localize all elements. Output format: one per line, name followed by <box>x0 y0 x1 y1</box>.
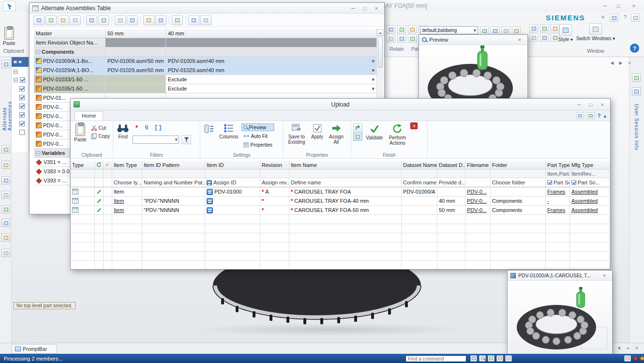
dock-library-icon[interactable] <box>1 145 10 153</box>
zoom-in-icon[interactable] <box>529 24 538 32</box>
dock-web-icon[interactable] <box>632 74 641 82</box>
upload-empty-row[interactable] <box>71 242 610 252</box>
right-tab-user-session-info[interactable]: User Session Info <box>634 104 639 152</box>
switch-windows-button[interactable]: Switch Windows ▾ <box>579 23 613 41</box>
dock-simulate-icon[interactable] <box>1 205 10 213</box>
panel-header-icon[interactable] <box>14 60 17 63</box>
auto-upload-icon[interactable] <box>353 133 362 141</box>
apply-button[interactable]: Apply <box>310 122 325 140</box>
upload-titlebar[interactable]: Upload ─ □ × <box>71 99 610 110</box>
col-header-status[interactable] <box>95 161 104 169</box>
cell-dropdown-icon[interactable]: ▾ <box>372 86 374 92</box>
table-row[interactable]: PDV-01009/A;1-Bo... PDV-01009.asm!50 mm … <box>30 57 384 66</box>
subheader-part-type[interactable]: Item,Part... <box>546 169 570 178</box>
col-header-40mm[interactable]: 40 mm <box>166 29 377 38</box>
col-header-item-id-pattern[interactable]: Item ID Pattern <box>142 161 205 169</box>
properties-toggle[interactable]: Properties <box>241 141 274 149</box>
col-header-item-type[interactable]: Item Type <box>112 161 142 169</box>
panel-back-icon[interactable]: ◀ <box>607 59 617 67</box>
table-row[interactable]: PDV-01029/A;1-BO... PDV-01029.asm!50 mm … <box>30 66 384 75</box>
view-style-icon[interactable] <box>480 27 489 35</box>
perform-actions-button[interactable]: Perform Actions <box>386 122 408 147</box>
dock-family-icon[interactable] <box>1 161 10 169</box>
pdv-titlebar[interactable]: PDV-01000/A;1-CAROUSEL T... × <box>508 271 612 281</box>
upload-empty-row[interactable] <box>71 224 610 233</box>
validate-button[interactable]: Validate <box>364 122 384 141</box>
collapse-icon[interactable] <box>36 151 40 155</box>
tree-row[interactable] <box>12 91 29 100</box>
upload-empty-row[interactable] <box>71 261 610 270</box>
relate-tool-icon[interactable] <box>387 34 395 43</box>
new-member-button[interactable] <box>33 15 45 25</box>
help-bubble-icon[interactable]: ? <box>630 44 639 53</box>
find-command-input[interactable] <box>405 355 466 362</box>
preview-close-button[interactable]: × <box>515 36 524 44</box>
dock-tools-icon[interactable] <box>1 249 10 257</box>
zoom-out-icon[interactable] <box>540 24 549 32</box>
brackets-icon[interactable] <box>155 125 161 131</box>
copy-button[interactable]: Copy <box>90 133 111 140</box>
tree-row[interactable] <box>12 109 29 118</box>
help-icon[interactable]: ? <box>598 113 601 119</box>
pdv-close-button[interactable]: × <box>599 272 609 279</box>
prompt-pattern[interactable]: Naming and Number Pat... <box>142 178 205 187</box>
upload-empty-row[interactable] <box>71 233 610 242</box>
remove-row-button[interactable] <box>98 15 109 25</box>
prompt-folder[interactable]: Choose folder <box>491 178 546 187</box>
col-header-revision[interactable]: Revision <box>260 161 289 169</box>
main-close-button[interactable]: × <box>629 2 639 10</box>
quick-undo-icon[interactable] <box>587 112 595 119</box>
main-maximize-button[interactable]: □ <box>614 2 623 10</box>
wireframe-icon[interactable] <box>540 33 549 42</box>
ribbon-help-icon[interactable]: ? <box>620 13 630 21</box>
expander-icon[interactable] <box>14 78 18 82</box>
tree-row[interactable] <box>12 74 29 83</box>
scroll-thumb[interactable] <box>378 37 383 68</box>
tree-row[interactable] <box>12 83 29 91</box>
tree-checkbox[interactable] <box>20 77 25 83</box>
check-in-icon[interactable] <box>353 123 362 132</box>
dock-views-icon[interactable] <box>1 233 10 242</box>
prompt-dataset-name[interactable]: Confirm name <box>402 178 437 187</box>
tree-checkbox[interactable] <box>19 121 25 126</box>
main-minimize-button[interactable]: ─ <box>600 2 610 10</box>
col-header-dataset-d[interactable]: Dataset D... <box>437 161 465 169</box>
filter-combo[interactable]: ▾ <box>133 136 179 144</box>
save-to-existing-button[interactable]: Save to Existing <box>285 122 308 146</box>
view-tools[interactable] <box>529 24 560 42</box>
col-header-mfg-type[interactable]: Mfg Type <box>570 161 610 169</box>
pdv-3d-view[interactable] <box>508 281 612 354</box>
alt-titlebar[interactable]: Alternate Assemblies Table ─ □ × <box>30 3 384 14</box>
auto-fit-toggle[interactable]: Auto Fit <box>241 132 274 140</box>
paste-button[interactable]: Paste <box>73 122 88 143</box>
prompt-item-type[interactable]: Choose ty... <box>112 178 142 187</box>
upload-row[interactable]: Item "PDV-"NNNNN * *CAROUSEL TRAY FOA-40… <box>71 197 610 206</box>
upload-empty-row[interactable] <box>71 252 610 261</box>
table-row[interactable]: PDV-01035/1-50 ... Exclude▾ <box>30 84 384 93</box>
col-header-item-id[interactable]: Item ID <box>205 161 260 169</box>
ribbon-menu-icon[interactable]: ≡ <box>598 13 608 21</box>
style-button[interactable]: Style ▾ <box>558 24 573 42</box>
table-row[interactable]: Item Revision Object Na... <box>30 38 384 47</box>
upload-row[interactable]: Item PDV-01000 *A *CAROUSEL TRAY FOA PDV… <box>71 187 610 197</box>
upload-empty-row[interactable] <box>71 215 610 224</box>
dock-sensors-icon[interactable] <box>1 191 10 199</box>
copy-member-button[interactable] <box>45 15 57 25</box>
prompt-mfg-type[interactable]: Part So... <box>570 178 610 187</box>
tree-row[interactable] <box>12 118 29 126</box>
cell-dropdown-icon[interactable]: ▾ <box>372 76 374 83</box>
save-table-button[interactable] <box>115 15 126 25</box>
col-header-valid[interactable]: ✓ <box>104 161 112 169</box>
cancel-actions-button[interactable]: × <box>410 122 418 129</box>
panel-header-icon[interactable] <box>18 60 22 63</box>
table-view-button[interactable] <box>188 15 199 25</box>
status-grid-icon[interactable] <box>470 355 477 362</box>
panel-close-icon[interactable]: × <box>625 59 634 67</box>
promptbar-autohide-icon[interactable]: ▾ <box>614 344 624 352</box>
shade-icon[interactable] <box>529 33 538 42</box>
quick-save-icon[interactable] <box>576 112 584 119</box>
promptbar-pin-icon[interactable]: ▪ <box>623 344 633 352</box>
tree-checkbox[interactable] <box>19 104 25 109</box>
dock-groups-icon[interactable] <box>1 219 10 227</box>
tree-row[interactable] <box>12 67 29 74</box>
